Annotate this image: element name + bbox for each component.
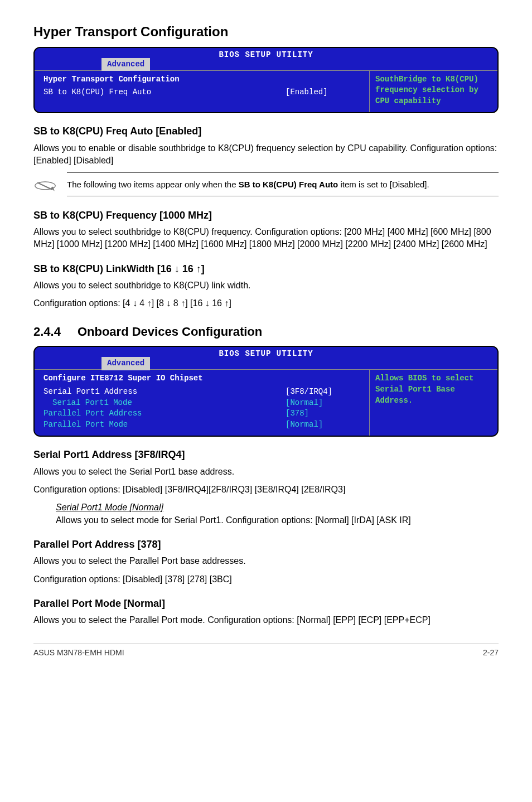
footer-right: 2-27	[483, 648, 499, 659]
bios-row-label: Serial Port1 Mode	[43, 398, 286, 409]
heading-parallel-port-addr: Parallel Port Address [378]	[33, 538, 499, 552]
note-bold: SB to K8(CPU) Freq Auto	[239, 180, 338, 189]
bios-section-title: Configure ITE8712 Super IO Chipset	[43, 373, 364, 384]
bios-help-text: Allows BIOS to select Serial Port1 Base …	[375, 374, 473, 404]
bios-row-sb-freq-auto: SB to K8(CPU) Freq Auto [Enabled]	[43, 87, 364, 98]
para-sb-freq-auto: Allows you to enable or disable southbri…	[33, 142, 499, 167]
heading-sb-freq-auto: SB to K8(CPU) Freq Auto [Enabled]	[33, 124, 499, 138]
section-heading-onboard: 2.4.4Onboard Devices Configuration	[33, 323, 499, 341]
note-icon	[33, 172, 67, 197]
bios-row-parallel-port-addr: Parallel Port Address [378]	[43, 408, 364, 419]
bios-row-serial-port1-addr: Serial Port1 Address [3F8/IRQ4]	[43, 386, 364, 398]
para-serial-port1-b: Configuration options: [Disabled] [3F8/I…	[33, 484, 499, 496]
section-number: 2.4.4	[33, 325, 61, 339]
bios-tab-advanced: Advanced	[101, 357, 150, 370]
bios-row-value: [Normal]	[286, 419, 364, 431]
bios-row-value: [Normal]	[286, 398, 364, 409]
bios-tab-advanced: Advanced	[101, 58, 150, 71]
heading-serial-port1: Serial Port1 Address [3F8/IRQ4]	[33, 448, 499, 462]
subheading-serial-port1-mode: Serial Port1 Mode [Normal]	[56, 501, 499, 514]
para-parallel-port-mode: Allows you to select the Parallel Port m…	[33, 614, 499, 626]
footer-left: ASUS M3N78-EMH HDMI	[33, 648, 124, 659]
bios-row-value: [3F8/IRQ4]	[286, 386, 364, 398]
svg-line-1	[37, 183, 52, 190]
bios-row-label: Parallel Port Address	[43, 408, 286, 419]
para-parallel-port-addr-1: Allows you to select the Parallel Port b…	[33, 555, 499, 567]
note-suffix: item is set to [Disabled].	[338, 180, 429, 189]
bios-row-value: [378]	[286, 408, 364, 419]
bios-titlebar: BIOS SETUP UTILITY Advanced	[35, 48, 497, 70]
bios-row-label: Serial Port1 Address	[43, 386, 286, 398]
page-title: Hyper Transport Configuration	[33, 22, 499, 41]
bios-section-title: Hyper Transport Configuration	[43, 74, 364, 85]
bios-help-text: SouthBridge to K8(CPU) frequency selecti…	[375, 75, 478, 105]
para-serial-port1-a: Allows you to select the Serial Port1 ba…	[33, 466, 499, 478]
bios-box-onboard: BIOS SETUP UTILITY Advanced Configure IT…	[33, 346, 499, 437]
bios-box-hypertransport: BIOS SETUP UTILITY Advanced Hyper Transp…	[33, 47, 499, 114]
para-sb-linkwidth-1: Allows you to select southbridge to K8(C…	[33, 279, 499, 292]
bios-left-pane: Configure ITE8712 Super IO Chipset Seria…	[35, 370, 369, 436]
bios-titlebar: BIOS SETUP UTILITY Advanced	[35, 347, 497, 369]
note-text: The following two items appear only when…	[67, 172, 499, 196]
bios-row-value: [Enabled]	[286, 87, 364, 98]
para-sb-frequency: Allows you to select southbridge to K8(C…	[33, 226, 499, 251]
bios-row-label: Parallel Port Mode	[43, 419, 286, 431]
heading-parallel-port-mode: Parallel Port Mode [Normal]	[33, 597, 499, 611]
section-title-text: Onboard Devices Configuration	[78, 325, 262, 339]
bios-row-label: SB to K8(CPU) Freq Auto	[43, 87, 286, 98]
heading-sb-linkwidth: SB to K8(CPU) LinkWidth [16 ↓ 16 ↑]	[33, 262, 499, 276]
page-footer: ASUS M3N78-EMH HDMI 2-27	[33, 644, 499, 659]
note-block: The following two items appear only when…	[33, 172, 499, 197]
bios-left-pane: Hyper Transport Configuration SB to K8(C…	[35, 71, 369, 113]
bios-help-pane: Allows BIOS to select Serial Port1 Base …	[369, 370, 497, 436]
bios-row-parallel-port-mode: Parallel Port Mode [Normal]	[43, 419, 364, 431]
bios-row-serial-port1-mode: Serial Port1 Mode [Normal]	[43, 398, 364, 409]
heading-sb-frequency: SB to K8(CPU) Frequency [1000 MHz]	[33, 209, 499, 223]
para-sb-linkwidth-2: Configuration options: [4 ↓ 4 ↑] [8 ↓ 8 …	[33, 297, 499, 310]
para-serial-port1-mode: Allows you to select mode for Serial Por…	[56, 514, 499, 526]
bios-help-pane: SouthBridge to K8(CPU) frequency selecti…	[369, 71, 497, 113]
note-prefix: The following two items appear only when…	[67, 180, 239, 189]
para-parallel-port-addr-2: Configuration options: [Disabled] [378] …	[33, 573, 499, 586]
